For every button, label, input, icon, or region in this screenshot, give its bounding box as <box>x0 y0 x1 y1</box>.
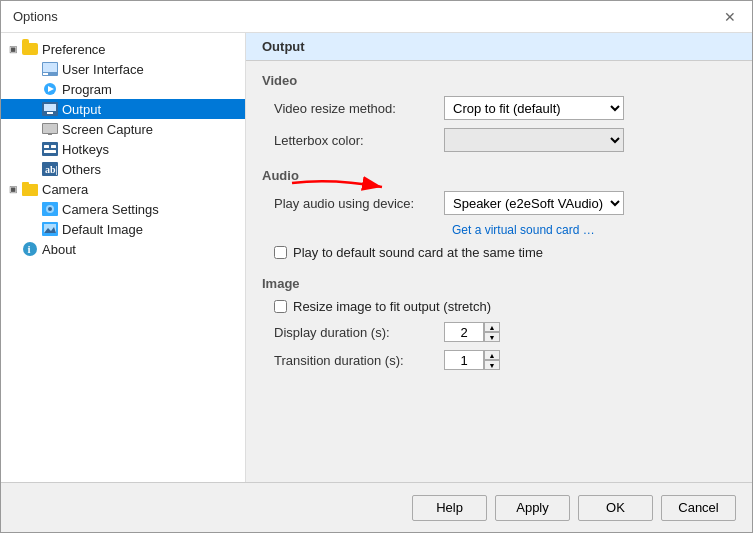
sidebar-label-output: Output <box>62 102 101 117</box>
ui-icon <box>41 61 59 77</box>
svg-rect-2 <box>43 73 48 75</box>
default-sound-checkbox[interactable] <box>274 246 287 259</box>
panel-body: Video Video resize method: Crop to fit (… <box>246 61 752 482</box>
sidebar-label-program: Program <box>62 82 112 97</box>
audio-device-select[interactable]: Speaker (e2eSoft VAudio) Default <box>444 191 624 215</box>
cam-settings-icon <box>41 201 59 217</box>
video-resize-label: Video resize method: <box>274 101 444 116</box>
svg-point-21 <box>48 207 52 211</box>
svg-text:i: i <box>28 243 31 255</box>
image-section: Image Resize image to fit output (stretc… <box>262 276 736 370</box>
sidebar-item-hotkeys[interactable]: Hotkeys <box>1 139 245 159</box>
expander-camera: ▣ <box>5 181 21 197</box>
letterbox-row: Letterbox color: <box>262 128 736 152</box>
sidebar: ▣ Preference User Interface <box>1 33 246 482</box>
close-button[interactable]: ✕ <box>720 7 740 27</box>
expander-ui <box>25 61 41 77</box>
sidebar-item-user-interface[interactable]: User Interface <box>1 59 245 79</box>
resize-image-checkbox[interactable] <box>274 300 287 313</box>
expander-about <box>5 241 21 257</box>
svg-text:ab|: ab| <box>45 164 58 175</box>
about-icon: i <box>21 241 39 257</box>
svg-rect-1 <box>43 63 57 72</box>
ok-button[interactable]: OK <box>578 495 653 521</box>
video-resize-control: Crop to fit (default) Stretch to fit Let… <box>444 96 736 120</box>
transition-duration-row: Transition duration (s): ▲ ▼ <box>262 350 736 370</box>
expander-program <box>25 81 41 97</box>
letterbox-label: Letterbox color: <box>274 133 444 148</box>
sidebar-item-screen-capture[interactable]: Screen Capture <box>1 119 245 139</box>
panel-header: Output <box>246 33 752 61</box>
svg-rect-10 <box>48 134 52 135</box>
audio-play-control: Speaker (e2eSoft VAudio) Default <box>444 191 736 215</box>
svg-rect-11 <box>42 142 58 156</box>
video-section: Video Video resize method: Crop to fit (… <box>262 73 736 152</box>
sidebar-item-camera-settings[interactable]: Camera Settings <box>1 199 245 219</box>
sidebar-item-camera[interactable]: ▣ Camera <box>1 179 245 199</box>
display-duration-row: Display duration (s): ▲ ▼ <box>262 322 736 342</box>
transition-duration-label: Transition duration (s): <box>274 353 444 368</box>
sidebar-item-about[interactable]: i About <box>1 239 245 259</box>
sidebar-item-others[interactable]: ab| Others <box>1 159 245 179</box>
sidebar-label-hotkeys: Hotkeys <box>62 142 109 157</box>
video-resize-row: Video resize method: Crop to fit (defaul… <box>262 96 736 120</box>
hotkeys-icon <box>41 141 59 157</box>
video-section-header: Video <box>262 73 736 88</box>
transition-duration-control: ▲ ▼ <box>444 350 736 370</box>
sidebar-item-program[interactable]: Program <box>1 79 245 99</box>
sidebar-label-about: About <box>42 242 76 257</box>
sidebar-item-preference[interactable]: ▣ Preference <box>1 39 245 59</box>
transition-duration-up[interactable]: ▲ <box>484 350 500 360</box>
transition-duration-down[interactable]: ▼ <box>484 360 500 370</box>
expander-default-img <box>25 221 41 237</box>
folder-icon-preference <box>21 41 39 57</box>
default-sound-row: Play to default sound card at the same t… <box>262 245 736 260</box>
screen-capture-icon <box>41 121 59 137</box>
letterbox-control <box>444 128 736 152</box>
display-duration-label: Display duration (s): <box>274 325 444 340</box>
title-bar: Options ✕ <box>1 1 752 33</box>
help-button[interactable]: Help <box>412 495 487 521</box>
transition-duration-spinners: ▲ ▼ <box>484 350 500 370</box>
svg-rect-9 <box>43 124 57 133</box>
image-section-header: Image <box>262 276 736 291</box>
display-duration-spinners: ▲ ▼ <box>484 322 500 342</box>
audio-play-label: Play audio using device: <box>274 196 444 211</box>
program-icon <box>41 81 59 97</box>
cancel-button[interactable]: Cancel <box>661 495 736 521</box>
display-duration-down[interactable]: ▼ <box>484 332 500 342</box>
display-duration-input[interactable] <box>444 322 484 342</box>
svg-rect-12 <box>44 145 49 148</box>
sidebar-label-screen-capture: Screen Capture <box>62 122 153 137</box>
sidebar-item-default-image[interactable]: Default Image <box>1 219 245 239</box>
svg-rect-18 <box>22 182 29 186</box>
audio-section-header: Audio <box>262 168 736 183</box>
expander-output <box>25 101 41 117</box>
right-panel: Output Video Video resize method: Crop t… <box>246 33 752 482</box>
sidebar-label-ui: User Interface <box>62 62 144 77</box>
sidebar-label-preference: Preference <box>42 42 106 57</box>
audio-section: Audio Play audio u <box>262 168 736 260</box>
resize-image-row: Resize image to fit output (stretch) <box>262 299 736 314</box>
video-resize-select[interactable]: Crop to fit (default) Stretch to fit Let… <box>444 96 624 120</box>
resize-image-label: Resize image to fit output (stretch) <box>293 299 491 314</box>
sidebar-label-default-image: Default Image <box>62 222 143 237</box>
audio-play-row: Play audio using device: Speaker (e2eSof… <box>262 191 736 215</box>
transition-duration-input[interactable] <box>444 350 484 370</box>
virtual-card-row: Get a virtual sound card … <box>262 223 736 237</box>
svg-rect-13 <box>51 145 56 148</box>
expander-others <box>25 161 41 177</box>
virtual-card-control: Get a virtual sound card … <box>444 223 736 237</box>
sidebar-label-camera-settings: Camera Settings <box>62 202 159 217</box>
window-title: Options <box>13 9 58 24</box>
letterbox-select[interactable] <box>444 128 624 152</box>
virtual-card-link[interactable]: Get a virtual sound card … <box>452 223 595 237</box>
default-image-icon <box>41 221 59 237</box>
apply-button[interactable]: Apply <box>495 495 570 521</box>
svg-rect-14 <box>44 150 56 153</box>
display-duration-up[interactable]: ▲ <box>484 322 500 332</box>
camera-folder-icon <box>21 181 39 197</box>
sidebar-label-camera: Camera <box>42 182 88 197</box>
display-duration-control: ▲ ▼ <box>444 322 736 342</box>
sidebar-item-output[interactable]: Output <box>1 99 245 119</box>
